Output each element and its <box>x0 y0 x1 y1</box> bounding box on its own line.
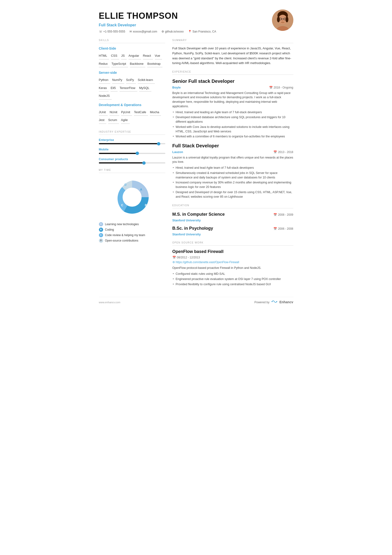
edu-1-date: 📅 2008 - 2009 <box>273 213 293 217</box>
legend-label-d: Open-source contributions <box>105 239 138 243</box>
calendar-icon-edu-1: 📅 <box>273 213 277 217</box>
job-2-bullets: Hired, trained and lead Agile team of 7 … <box>172 166 293 199</box>
job-2-title: Full Stack Developer <box>172 142 293 149</box>
job-1-bullet-1: Hired, trained and leading an Agile team… <box>172 110 293 115</box>
pie-chart: A B C D <box>111 176 153 219</box>
job-2-company: Lauzon <box>172 150 183 154</box>
skill-react: React <box>143 53 153 59</box>
skill-tensorflow: TensorFlow <box>120 85 137 92</box>
job-1-title: Senior Full stack Developer <box>172 78 293 85</box>
location-info: 📍 San Fransisco, CA <box>188 29 216 34</box>
skill-scrum: Scrum <box>108 117 119 124</box>
avatar <box>272 9 293 31</box>
skill-eli5: Eli5 <box>111 85 118 92</box>
svg-point-6 <box>282 20 283 22</box>
job-1-company: Boyle <box>172 85 181 90</box>
skill-typescript: TypeScript <box>111 61 128 68</box>
oss-1-link-text: https://github.com/danette.east/OpenFlow… <box>176 261 239 264</box>
experience-label: EXPERIENCE <box>172 70 293 75</box>
pie-label-a: A <box>140 188 142 191</box>
summary-label: SUMMARY <box>172 38 293 43</box>
legend-label-c: Code review & helping my team <box>105 233 145 237</box>
location-icon: 📍 <box>188 29 192 34</box>
edu-2-degree: B.Sc. in Psychology <box>172 225 213 232</box>
opensource-label: OPEN SOURCE WORK <box>172 241 293 246</box>
oss-1-bullet-2: Engineered proactive rule evaluation sys… <box>172 277 293 281</box>
skill-keras: Keras <box>99 85 109 92</box>
job-1: Senior Full stack Developer Boyle 📅 2018… <box>172 78 293 139</box>
bar-fill-mobile <box>99 153 137 154</box>
job-1-bullet-4: Worked with a committee of 6 members to … <box>172 134 293 139</box>
skill-vue: Vue <box>155 53 162 59</box>
oss-1-link[interactable]: ⚙ https://github.com/danette.east/OpenFl… <box>172 260 293 264</box>
expertise-mobile: Mobile <box>99 147 165 154</box>
pie-label-c: C <box>121 204 123 207</box>
skills-label: SKILLS <box>99 38 165 43</box>
job-2-date-text: 2013 - 2018 <box>278 150 293 154</box>
edu-1-date-text: 2008 - 2009 <box>278 213 293 217</box>
svg-point-9 <box>285 17 288 22</box>
expertise-consumer: Consumer products <box>99 157 165 164</box>
phone-info: ☏ +1-555-555-5555 <box>99 29 125 34</box>
skill-junit: JUnit <box>99 110 108 116</box>
github-info: ⚙ github.io/xxxxx <box>162 29 184 34</box>
summary-text: Full Stack Developer with over 10 years … <box>172 46 293 66</box>
job-1-bullet-2: Developed indexed database architecture … <box>172 115 293 124</box>
skill-bootstrap: Bootstrap <box>147 61 163 68</box>
contact-info: ☏ +1-555-555-5555 ✉ xxxxxx@gmail.com ⚙ g… <box>99 29 216 34</box>
oss-1-bullets: Configured static rules using MD-SAL Eng… <box>172 272 293 286</box>
email-value: xxxxxx@gmail.com <box>133 29 157 34</box>
expertise-consumer-bar <box>99 162 165 163</box>
calendar-icon-2: 📅 <box>273 150 277 154</box>
edu-2-row: B.Sc. in Psychology Stanford University … <box>172 225 293 237</box>
svg-point-10 <box>271 301 272 302</box>
brand-name: Enhancv <box>279 300 293 305</box>
powered-by-text: Powered by <box>255 300 269 304</box>
expertise-enterprise: Enterprise <box>99 138 165 145</box>
bar-fill-enterprise <box>99 143 159 144</box>
candidate-title: Full Stack Developer <box>99 22 216 28</box>
svg-point-8 <box>277 17 280 22</box>
job-1-desc: Boyle is an international Technology and… <box>172 91 293 109</box>
main-layout: SKILLS Client-Side HTML CSS JS Angular R… <box>99 38 293 290</box>
header-info: ELLIE THOMPSON Full Stack Developer ☏ +1… <box>99 9 216 34</box>
brand-icon <box>271 299 278 305</box>
edu-2-info: B.Sc. in Psychology Stanford University <box>172 225 213 237</box>
calendar-icon-1: 📅 <box>269 85 273 90</box>
skill-backbone: Backbone <box>130 61 146 68</box>
server-side-tags: Python NumPy SciPy Scikit-learn Keras El… <box>99 77 165 101</box>
edu-2-date-text: 2006 - 2008 <box>278 226 293 231</box>
skill-mysql: MySQL <box>139 85 151 92</box>
svg-point-11 <box>276 301 277 302</box>
skill-angular: Angular <box>128 53 141 59</box>
footer: www.enhancv.com Powered by Enhancv <box>99 297 293 305</box>
expertise-mobile-label: Mobile <box>99 147 165 152</box>
skill-scikit: Scikit-learn <box>138 77 155 84</box>
oss-1-date: 📅 08/2012 - 12/2013 <box>172 255 293 260</box>
job-1-header: Boyle 📅 2018 - Ongoing <box>172 85 293 90</box>
phone-icon: ☏ <box>99 29 102 34</box>
job-2-desc: Lauzon is a universal digital loyalty pr… <box>172 155 293 164</box>
expertise-consumer-label: Consumer products <box>99 157 165 161</box>
job-1-date: 📅 2018 - Ongoing <box>269 85 293 90</box>
github-value: github.io/xxxxx <box>165 29 184 34</box>
mytime-label: MY TIME <box>99 168 165 173</box>
devops-tags: JUnit NUnit PyUnit TestCafe Mocha Jest S… <box>99 110 165 125</box>
devops-category: Development & Operations <box>99 102 165 108</box>
skill-nodejs: NodeJS <box>99 93 112 100</box>
client-side-tags: HTML CSS JS Angular React Vue Redux Type… <box>99 53 165 69</box>
job-2-bullet-1: Hired, trained and lead Agile team of 7 … <box>172 166 293 170</box>
edu-1: M.S. in Computer Science Stanford Univer… <box>172 211 293 223</box>
skill-nunit: NUnit <box>110 110 119 116</box>
skill-agile: Agile <box>121 117 130 124</box>
job-2-date: 📅 2013 - 2018 <box>273 150 293 154</box>
oss-1-date-text: 08/2012 - 12/2013 <box>177 255 200 260</box>
client-side-category: Client-Side <box>99 46 165 51</box>
job-1-bullet-3: Worked with Core Java to develop automat… <box>172 125 293 134</box>
job-2: Full Stack Developer Lauzon 📅 2013 - 201… <box>172 142 293 199</box>
legend-b: B Coding <box>99 227 165 232</box>
github-icon: ⚙ <box>162 29 164 34</box>
left-column: SKILLS Client-Side HTML CSS JS Angular R… <box>99 38 165 290</box>
email-icon: ✉ <box>129 29 132 34</box>
footer-url: www.enhancv.com <box>99 300 121 304</box>
